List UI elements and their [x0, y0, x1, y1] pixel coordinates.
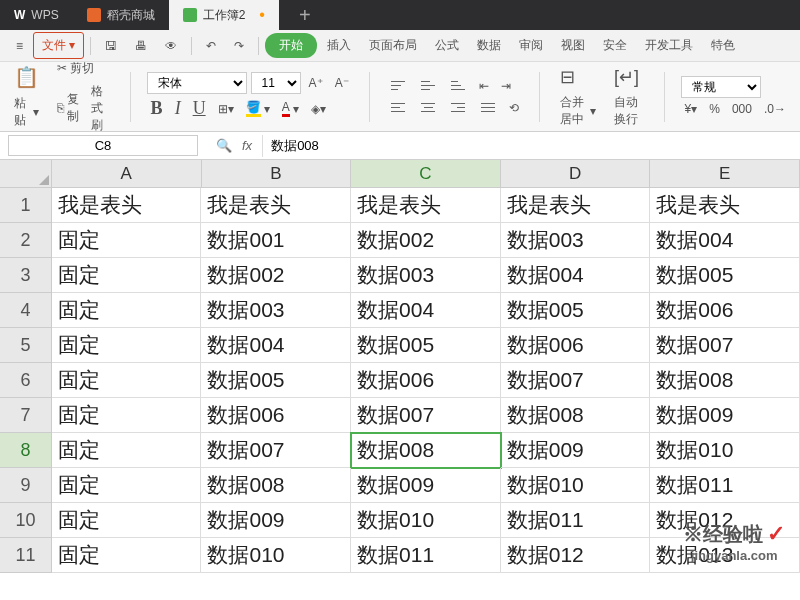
- align-bottom-icon[interactable]: [445, 76, 471, 96]
- tab-wps[interactable]: W WPS: [0, 0, 73, 30]
- formula-input[interactable]: 数据008: [262, 135, 800, 157]
- redo-icon[interactable]: ↷: [226, 35, 252, 57]
- row-header[interactable]: 7: [0, 398, 52, 433]
- dec-inc-icon[interactable]: .0→: [760, 100, 790, 118]
- theme-button[interactable]: ◈▾: [307, 100, 330, 118]
- cell[interactable]: 数据002: [351, 223, 501, 258]
- underline-button[interactable]: U: [189, 96, 210, 121]
- menu-start[interactable]: 开始: [265, 33, 317, 58]
- cell[interactable]: 数据012: [650, 503, 800, 538]
- italic-button[interactable]: I: [171, 96, 185, 121]
- menu-formula[interactable]: 公式: [427, 33, 467, 58]
- cut-button[interactable]: ✂ 剪切: [53, 58, 114, 79]
- menu-review[interactable]: 审阅: [511, 33, 551, 58]
- cell[interactable]: 我是表头: [351, 188, 501, 223]
- merge-button[interactable]: ⊟: [556, 64, 600, 90]
- cell[interactable]: 数据011: [650, 468, 800, 503]
- cell[interactable]: 数据009: [351, 468, 501, 503]
- menu-view[interactable]: 视图: [553, 33, 593, 58]
- name-box[interactable]: C8: [8, 135, 198, 156]
- select-all-corner[interactable]: [0, 160, 52, 188]
- cell[interactable]: 数据010: [650, 433, 800, 468]
- font-size-select[interactable]: 11: [251, 72, 301, 94]
- cell[interactable]: 固定: [52, 503, 202, 538]
- align-right-icon[interactable]: [445, 98, 471, 118]
- copy-button[interactable]: ⎘ 复制: [53, 89, 83, 127]
- cell[interactable]: 数据004: [351, 293, 501, 328]
- row-header[interactable]: 1: [0, 188, 52, 223]
- cell[interactable]: 数据007: [650, 328, 800, 363]
- border-button[interactable]: ⊞▾: [214, 100, 238, 118]
- cell[interactable]: 数据012: [501, 538, 651, 573]
- cell[interactable]: 数据011: [501, 503, 651, 538]
- cell[interactable]: 数据010: [201, 538, 351, 573]
- row-header[interactable]: 6: [0, 363, 52, 398]
- menu-layout[interactable]: 页面布局: [361, 33, 425, 58]
- cell[interactable]: 固定: [52, 468, 202, 503]
- cell[interactable]: 数据001: [201, 223, 351, 258]
- print-icon[interactable]: 🖶: [127, 35, 155, 57]
- cell[interactable]: 数据010: [501, 468, 651, 503]
- cell[interactable]: 数据007: [201, 433, 351, 468]
- row-header[interactable]: 5: [0, 328, 52, 363]
- cell[interactable]: 数据002: [201, 258, 351, 293]
- row-header[interactable]: 8: [0, 433, 52, 468]
- cell[interactable]: 固定: [52, 398, 202, 433]
- bold-button[interactable]: B: [147, 96, 167, 121]
- format-painter-button[interactable]: 格式刷: [87, 81, 114, 136]
- col-header[interactable]: E: [650, 160, 800, 188]
- col-header[interactable]: A: [52, 160, 202, 188]
- cell[interactable]: 数据008: [201, 468, 351, 503]
- cell[interactable]: 数据010: [351, 503, 501, 538]
- cell[interactable]: 数据006: [201, 398, 351, 433]
- cell[interactable]: 固定: [52, 293, 202, 328]
- cell[interactable]: 数据006: [501, 328, 651, 363]
- menu-hamburger-icon[interactable]: ≡: [8, 35, 31, 57]
- cell[interactable]: 固定: [52, 328, 202, 363]
- font-color-button[interactable]: A▾: [278, 98, 303, 119]
- row-header[interactable]: 11: [0, 538, 52, 573]
- row-header[interactable]: 2: [0, 223, 52, 258]
- decrease-font-icon[interactable]: A⁻: [331, 74, 353, 92]
- percent-icon[interactable]: %: [705, 100, 724, 118]
- tab-xls[interactable]: 工作簿2 •: [169, 0, 279, 30]
- menu-security[interactable]: 安全: [595, 33, 635, 58]
- cell[interactable]: 我是表头: [201, 188, 351, 223]
- col-header[interactable]: C: [351, 160, 501, 188]
- indent-left-icon[interactable]: ⇤: [475, 77, 493, 95]
- currency-icon[interactable]: ¥▾: [681, 100, 702, 118]
- cell[interactable]: 数据004: [650, 223, 800, 258]
- cell[interactable]: 数据008: [501, 398, 651, 433]
- cell[interactable]: 数据006: [351, 363, 501, 398]
- row-header[interactable]: 4: [0, 293, 52, 328]
- menu-data[interactable]: 数据: [469, 33, 509, 58]
- cell[interactable]: 数据009: [650, 398, 800, 433]
- cell[interactable]: 数据004: [501, 258, 651, 293]
- cell[interactable]: 我是表头: [501, 188, 651, 223]
- cell[interactable]: 数据008: [650, 363, 800, 398]
- col-header[interactable]: D: [501, 160, 651, 188]
- cell[interactable]: 固定: [52, 223, 202, 258]
- row-header[interactable]: 3: [0, 258, 52, 293]
- cell[interactable]: 数据003: [201, 293, 351, 328]
- align-center-icon[interactable]: [415, 98, 441, 118]
- cell[interactable]: 固定: [52, 538, 202, 573]
- fill-color-button[interactable]: 🪣▾: [242, 98, 274, 119]
- cell[interactable]: 数据005: [201, 363, 351, 398]
- align-left-icon[interactable]: [385, 98, 411, 118]
- row-header[interactable]: 10: [0, 503, 52, 538]
- wrap-label[interactable]: 自动换行: [610, 92, 648, 130]
- menu-dev[interactable]: 开发工具: [637, 33, 701, 58]
- orientation-icon[interactable]: ⟲: [505, 99, 523, 117]
- cell[interactable]: 数据003: [351, 258, 501, 293]
- cell[interactable]: 数据007: [351, 398, 501, 433]
- zoom-icon[interactable]: 🔍: [216, 138, 232, 153]
- cell[interactable]: 固定: [52, 433, 202, 468]
- cell[interactable]: 数据005: [650, 258, 800, 293]
- menu-spec[interactable]: 特色: [703, 33, 743, 58]
- align-top-icon[interactable]: [385, 76, 411, 96]
- col-header[interactable]: B: [202, 160, 352, 188]
- number-format-select[interactable]: 常规: [681, 76, 761, 98]
- undo-icon[interactable]: ↶: [198, 35, 224, 57]
- indent-right-icon[interactable]: ⇥: [497, 77, 515, 95]
